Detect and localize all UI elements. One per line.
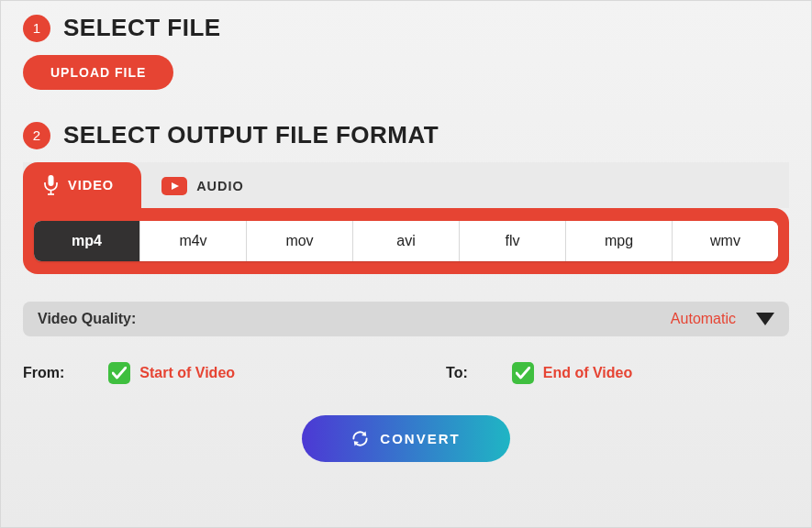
step2-header: 2 SELECT OUTPUT FILE FORMAT <box>23 121 789 149</box>
tab-audio[interactable]: AUDIO <box>141 164 272 208</box>
step1-header: 1 SELECT FILE <box>23 14 789 42</box>
tab-audio-label: AUDIO <box>196 179 244 193</box>
from-checkbox[interactable]: Start of Video <box>108 362 235 384</box>
upload-button[interactable]: UPLOAD FILE <box>23 55 173 90</box>
sync-icon <box>351 430 369 447</box>
convert-wrap: CONVERT <box>23 415 789 462</box>
format-wmv[interactable]: wmv <box>673 221 778 261</box>
format-panel: mp4 m4v mov avi flv mpg wmv <box>23 208 789 274</box>
quality-select[interactable]: Automatic <box>671 311 774 327</box>
check-icon <box>108 362 130 384</box>
trim-row: From: Start of Video To: End of Video <box>23 362 789 384</box>
convert-label: CONVERT <box>380 431 460 446</box>
step1-title: SELECT FILE <box>63 14 221 42</box>
format-mov[interactable]: mov <box>247 221 353 261</box>
from-label: From: <box>23 365 64 381</box>
format-tabs: VIDEO AUDIO <box>23 162 789 208</box>
check-icon <box>512 362 534 384</box>
quality-value: Automatic <box>671 311 736 327</box>
step2-title: SELECT OUTPUT FILE FORMAT <box>63 121 439 149</box>
format-grid: mp4 m4v mov avi flv mpg wmv <box>34 221 778 261</box>
to-value: End of Video <box>543 365 632 381</box>
svg-rect-0 <box>49 175 54 186</box>
convert-button[interactable]: CONVERT <box>302 415 509 462</box>
tab-video-label: VIDEO <box>68 178 114 192</box>
format-mp4[interactable]: mp4 <box>34 221 140 261</box>
chevron-down-icon <box>756 313 774 325</box>
to-checkbox[interactable]: End of Video <box>512 362 632 384</box>
play-icon <box>161 177 187 195</box>
from-value: Start of Video <box>139 365 235 381</box>
format-m4v[interactable]: m4v <box>140 221 247 261</box>
to-block: To: End of Video <box>446 362 632 384</box>
format-mpg[interactable]: mpg <box>566 221 673 261</box>
step1-badge: 1 <box>23 15 50 42</box>
to-label: To: <box>446 365 468 381</box>
quality-bar: Video Quality: Automatic <box>23 302 789 336</box>
quality-label: Video Quality: <box>38 311 136 327</box>
format-flv[interactable]: flv <box>460 221 566 261</box>
format-avi[interactable]: avi <box>353 221 460 261</box>
step2-badge: 2 <box>23 122 50 149</box>
microphone-icon <box>43 175 59 195</box>
from-block: From: Start of Video <box>23 362 235 384</box>
tab-video[interactable]: VIDEO <box>23 162 141 208</box>
